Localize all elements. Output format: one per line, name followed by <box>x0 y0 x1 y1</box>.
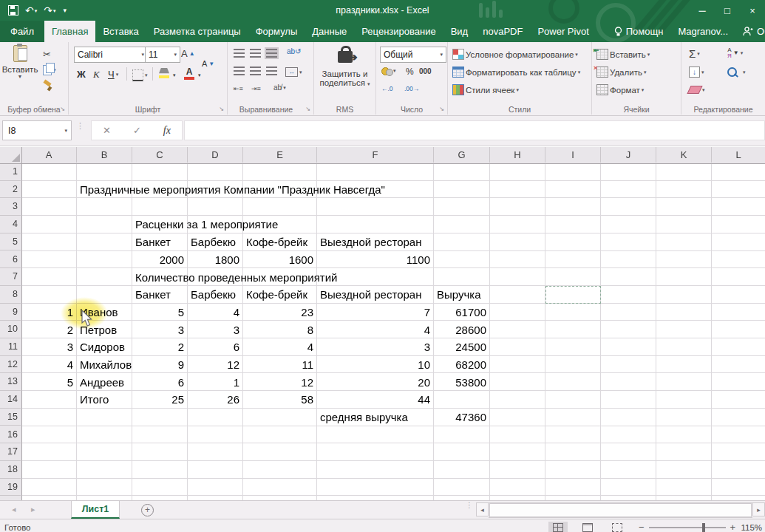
cell-G15[interactable]: 47360 <box>434 409 490 426</box>
formula-input[interactable] <box>184 120 765 140</box>
format-as-table-button[interactable]: Форматировать как таблицу▾ <box>452 66 580 78</box>
cell-A11[interactable]: 3 <box>21 338 77 356</box>
cell-D6[interactable]: 1800 <box>188 251 243 269</box>
scrollbar-thumb[interactable] <box>489 503 752 517</box>
font-family-select[interactable]: Calibri▾ <box>74 47 148 63</box>
cell-F11[interactable]: 3 <box>317 338 434 356</box>
grid-body[interactable]: Праздничные мероприятия Компании "Праздн… <box>21 163 765 500</box>
cell-B9[interactable]: Иванов <box>77 304 132 321</box>
cell-G11[interactable]: 24500 <box>434 338 490 356</box>
scrollbar-track[interactable] <box>489 502 752 518</box>
cell-E12[interactable]: 11 <box>243 356 317 374</box>
cell-C7[interactable]: Количество проведенных мероприятий <box>132 268 337 286</box>
row-header-1[interactable]: 1 <box>0 163 21 181</box>
merge-center-button[interactable]: ↔▾ <box>285 67 302 77</box>
scroll-right-arrow[interactable]: ▸ <box>752 502 765 516</box>
cell-D13[interactable]: 1 <box>188 373 243 391</box>
cell-E8[interactable]: Кофе-брейк <box>243 286 317 304</box>
cell-D10[interactable]: 3 <box>188 321 243 338</box>
ribbon-tab-вставка[interactable]: Вставка <box>95 21 146 42</box>
fill-color-dropdown[interactable]: ▾ <box>173 72 176 78</box>
align-bottom-button[interactable] <box>266 49 277 58</box>
close-button[interactable]: × <box>740 0 765 21</box>
zoom-slider-thumb[interactable] <box>702 523 705 532</box>
confirm-entry-button[interactable]: ✓ <box>133 125 141 136</box>
row-header-10[interactable]: 10 <box>0 321 21 338</box>
undo-button[interactable]: ↶▾ <box>23 2 39 18</box>
format-painter-button[interactable] <box>43 81 52 91</box>
horizontal-scrollbar[interactable]: ◂ ▸ <box>476 502 765 516</box>
cell-F12[interactable]: 10 <box>317 356 434 374</box>
ribbon-tab-помощн[interactable]: Помощн <box>607 21 671 42</box>
column-header-G[interactable]: G <box>434 147 490 163</box>
column-header-B[interactable]: B <box>77 147 132 163</box>
clipboard-dialog-launcher[interactable]: ↘ <box>58 105 67 113</box>
column-header-H[interactable]: H <box>490 147 545 163</box>
ribbon-tab-формулы[interactable]: Формулы <box>248 21 305 42</box>
cell-E11[interactable]: 4 <box>243 338 317 356</box>
sheet-tab-list1[interactable]: Лист1 <box>71 501 120 519</box>
insert-cells-button[interactable]: ⇤ Вставить▾ <box>596 49 650 60</box>
column-header-C[interactable]: C <box>132 147 188 163</box>
cell-D8[interactable]: Барбекю <box>188 286 243 304</box>
column-header-A[interactable]: A <box>21 147 77 163</box>
ribbon-tab-главная[interactable]: Главная <box>44 21 95 42</box>
tab-scroll-grip[interactable]: ⋮ <box>466 503 473 508</box>
zoom-level[interactable]: 115% <box>741 523 762 532</box>
cell-F5[interactable]: Выездной ресторан <box>317 233 434 251</box>
zoom-in-button[interactable]: + <box>730 522 736 532</box>
row-header-14[interactable]: 14 <box>0 391 21 409</box>
cell-F6[interactable]: 1100 <box>317 251 434 269</box>
cell-E9[interactable]: 23 <box>243 304 317 321</box>
ribbon-tab-magranov-[interactable]: Magranov... <box>670 21 735 42</box>
save-button[interactable] <box>6 2 21 18</box>
insert-function-button[interactable]: fx <box>163 125 171 137</box>
row-header-3[interactable]: 3 <box>0 198 21 216</box>
ribbon-tab-вид[interactable]: Вид <box>443 21 476 42</box>
cell-B11[interactable]: Сидоров <box>77 338 132 356</box>
prev-sheet-button[interactable]: ◂ <box>12 505 16 514</box>
number-dialog-launcher[interactable]: ↘ <box>438 105 446 113</box>
column-header-L[interactable]: L <box>712 147 765 163</box>
align-right-button[interactable] <box>266 66 277 75</box>
cell-D5[interactable]: Барбекю <box>188 233 243 251</box>
column-header-E[interactable]: E <box>243 147 317 163</box>
sort-filter-button[interactable]: АЯ▼▾ <box>727 47 743 59</box>
column-header-K[interactable]: K <box>656 147 712 163</box>
cell-D14[interactable]: 26 <box>188 391 243 409</box>
customize-qat-button[interactable]: ▾ <box>61 2 69 18</box>
column-header-I[interactable]: I <box>545 147 601 163</box>
row-header-18[interactable]: 18 <box>0 461 21 479</box>
row-header-17[interactable]: 17 <box>0 443 21 461</box>
scroll-left-arrow[interactable]: ◂ <box>476 502 489 516</box>
row-header-7[interactable]: 7 <box>0 268 21 286</box>
cancel-entry-button[interactable]: ✕ <box>103 125 111 136</box>
page-break-view-button[interactable] <box>608 522 627 532</box>
cell-B2[interactable]: Праздничные мероприятия Компании "Праздн… <box>77 181 385 199</box>
fill-color-button[interactable] <box>159 68 169 78</box>
cell-B13[interactable]: Андреев <box>77 373 132 391</box>
font-size-select[interactable]: 11▾ <box>145 47 180 63</box>
cell-D12[interactable]: 12 <box>188 356 243 374</box>
row-header-5[interactable]: 5 <box>0 233 21 251</box>
row-header-4[interactable]: 4 <box>0 216 21 233</box>
row-header-19[interactable]: 19 <box>0 479 21 497</box>
row-header-15[interactable]: 15 <box>0 409 21 426</box>
comma-style-button[interactable]: 000 <box>419 67 432 75</box>
cell-F9[interactable]: 7 <box>317 304 434 321</box>
ribbon-tab-данные[interactable]: Данные <box>305 21 354 42</box>
cell-C6[interactable]: 2000 <box>132 251 188 269</box>
align-center-button[interactable] <box>250 66 261 75</box>
increase-decimal-button[interactable]: ←.0 <box>381 85 393 92</box>
ribbon-tab-общий-доступ[interactable]: Общий доступ <box>735 21 765 42</box>
zoom-slider[interactable] <box>649 527 726 528</box>
copy-button[interactable]: ▾ <box>43 65 56 75</box>
alignment-dialog-launcher[interactable]: ↘ <box>304 105 312 113</box>
cell-B10[interactable]: Петров <box>77 321 132 338</box>
minimize-button[interactable]: ─ <box>690 0 715 21</box>
align-left-button[interactable] <box>234 66 245 75</box>
cell-B12[interactable]: Михайлов <box>77 356 132 374</box>
borders-button[interactable]: ▾ <box>132 69 148 81</box>
cell-C14[interactable]: 25 <box>132 391 188 409</box>
column-header-D[interactable]: D <box>188 147 243 163</box>
